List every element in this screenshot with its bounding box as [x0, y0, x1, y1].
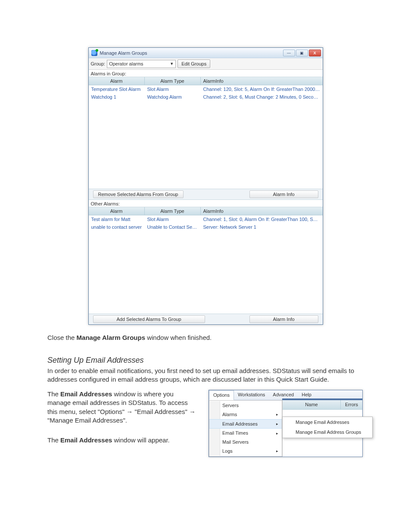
col-header-errors[interactable]: Errors — [341, 400, 362, 410]
close-button[interactable]: X — [309, 50, 321, 56]
table-row[interactable]: Watchdog 1 Watchdog Alarm Channel: 2, Sl… — [89, 93, 323, 101]
paragraph: The Email Addresses window is where you … — [47, 390, 198, 425]
alarms-in-group-grid: Alarm Alarm Type AlarmInfo Temperature S… — [89, 77, 323, 189]
menu-item-email-addresses[interactable]: Email Addresses ▸ — [209, 419, 282, 429]
other-alarms-label: Other Alarms: — [89, 200, 323, 207]
col-header-alarm[interactable]: Alarm — [89, 207, 145, 215]
minimize-button[interactable]: — — [283, 50, 295, 56]
menu-item-email-times[interactable]: Email Times ▸ — [209, 429, 282, 438]
table-row[interactable]: Temperature Slot Alarm Slot Alarm Channe… — [89, 85, 323, 93]
options-menu-window: Options Workstations Advanced Help Serve… — [209, 390, 363, 457]
section-heading: Setting Up Email Addresses — [47, 355, 364, 365]
alarm-info-button-bottom[interactable]: Alarm Info — [249, 315, 318, 323]
menu-item-mail-servers[interactable]: Mail Servers — [209, 438, 282, 447]
add-selected-button[interactable]: Add Selected Alarms To Group — [93, 315, 205, 323]
chevron-right-icon: ▸ — [276, 448, 278, 454]
col-header-info[interactable]: AlarmInfo — [201, 77, 323, 85]
group-select-value: Operator alarms — [109, 61, 143, 66]
manage-alarm-groups-window: Manage Alarm Groups — ▣ X Group: Operato… — [88, 47, 323, 325]
submenu-manage-groups[interactable]: Manage Email Address Groups — [283, 427, 372, 437]
col-header-type[interactable]: Alarm Type — [145, 77, 201, 85]
col-header-alarm[interactable]: Alarm — [89, 77, 145, 85]
dropdown-icon: ▼ — [170, 62, 174, 66]
chevron-right-icon: ▸ — [276, 431, 278, 436]
email-addresses-submenu: Manage Email Addresses Manage Email Addr… — [282, 417, 373, 438]
other-alarms-grid: Alarm Alarm Type AlarmInfo Test alarm fo… — [89, 207, 323, 314]
paragraph: In order to enable email notifications, … — [47, 367, 364, 384]
paragraph: The Email Addresses window will appear. — [47, 436, 198, 445]
table-row[interactable]: unable to contact server Unable to Conta… — [89, 223, 323, 231]
group-label: Group: — [91, 61, 106, 66]
menu-item-options[interactable]: Options — [209, 390, 234, 400]
titlebar: Manage Alarm Groups — ▣ X — [89, 48, 323, 58]
chevron-right-icon: ▸ — [276, 421, 278, 426]
col-header-name[interactable]: Name — [283, 400, 341, 410]
remove-selected-button[interactable]: Remove Selected Alarms From Group — [93, 190, 184, 198]
edit-groups-button[interactable]: Edit Groups — [177, 59, 210, 68]
alarm-info-button-top[interactable]: Alarm Info — [249, 190, 318, 198]
table-row[interactable]: Test alarm for Matt Slot Alarm Channel: … — [89, 215, 323, 223]
col-header-type[interactable]: Alarm Type — [145, 207, 201, 215]
window-title: Manage Alarm Groups — [100, 50, 283, 56]
group-select[interactable]: Operator alarms ▼ — [107, 60, 176, 68]
maximize-button[interactable]: ▣ — [296, 50, 308, 56]
menu-item-servers[interactable]: Servers — [209, 401, 282, 410]
menu-item-workstations[interactable]: Workstations — [234, 390, 269, 400]
options-dropdown: Servers Alarms ▸ Email Addresses ▸ — [209, 400, 282, 457]
menu-item-logs[interactable]: Logs ▸ — [209, 447, 282, 456]
menu-item-alarms[interactable]: Alarms ▸ — [209, 410, 282, 419]
group-toolbar: Group: Operator alarms ▼ Edit Groups — [89, 58, 323, 70]
document-body: Close the Manage Alarm Groups window whe… — [47, 333, 364, 457]
chevron-right-icon: ▸ — [276, 412, 278, 417]
col-header-info[interactable]: AlarmInfo — [201, 207, 323, 215]
submenu-manage-email-addresses[interactable]: Manage Email Addresses — [283, 417, 372, 427]
alarms-in-group-label: Alarms in Group: — [89, 70, 323, 77]
app-icon — [91, 50, 97, 56]
